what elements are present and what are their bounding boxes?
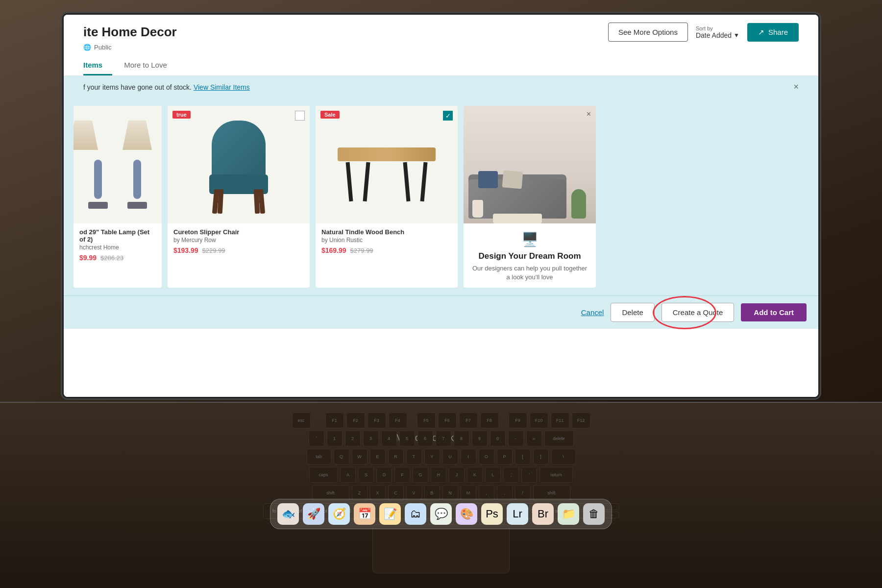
delete-button[interactable]: Delete (611, 303, 654, 322)
key-f5[interactable]: F5 (417, 413, 436, 428)
view-similar-link[interactable]: View Similar Items (194, 83, 250, 91)
key-tab[interactable]: tab (307, 449, 331, 465)
tab-more-to-love[interactable]: More to Love (124, 57, 177, 75)
key-j[interactable]: J (449, 467, 465, 483)
key-f9[interactable]: F9 (509, 413, 527, 428)
key-delete[interactable]: delete (544, 431, 574, 446)
tabs-row: Items More to Love (83, 57, 799, 75)
key-row-2: ` 1 2 3 4 5 6 7 8 9 0 - = delete (309, 431, 574, 446)
key-l[interactable]: L (485, 467, 501, 483)
key-y[interactable]: Y (424, 449, 440, 465)
key-semicolon[interactable]: ; (503, 467, 519, 483)
dock-slack[interactable]: 🎨 (456, 503, 477, 525)
dock-files[interactable]: 📁 (558, 503, 579, 525)
key-esc[interactable]: esc (292, 413, 311, 428)
key-q[interactable]: Q (334, 449, 349, 465)
dock-bridge[interactable]: Br (532, 503, 554, 525)
key-3[interactable]: 3 (363, 431, 379, 446)
key-8[interactable]: 8 (454, 431, 469, 446)
key-1[interactable]: 1 (327, 431, 343, 446)
sort-by-dropdown[interactable]: Date Added ▼ (696, 31, 739, 39)
webpage: ite Home Decor See More Options Sort by … (64, 15, 818, 397)
product-info: Natural Tindle Wood Bench by Union Rusti… (316, 223, 458, 259)
key-capslock[interactable]: caps (309, 467, 338, 483)
alert-close-button[interactable]: × (793, 82, 799, 92)
dock-photoshop[interactable]: Ps (481, 503, 503, 525)
share-button[interactable]: ↗ Share (747, 23, 799, 42)
key-minus[interactable]: - (508, 431, 524, 446)
key-e[interactable]: E (370, 449, 386, 465)
product-name: od 29" Table Lamp (Set of 2) (79, 228, 156, 243)
key-r[interactable]: R (388, 449, 404, 465)
key-f11[interactable]: F11 (551, 413, 569, 428)
product-checkbox[interactable]: ✓ (443, 111, 453, 121)
see-more-options-button[interactable]: See More Options (608, 23, 688, 42)
close-icon[interactable]: × (587, 110, 591, 119)
key-f3[interactable]: F3 (368, 413, 386, 428)
key-return[interactable]: return (539, 467, 573, 483)
dock-safari[interactable]: 🧭 (328, 503, 350, 525)
dream-room-card: × 🖥️ (464, 106, 596, 288)
key-0[interactable]: 0 (490, 431, 506, 446)
key-f2[interactable]: F2 (346, 413, 365, 428)
key-i[interactable]: I (461, 449, 476, 465)
key-9[interactable]: 9 (472, 431, 488, 446)
add-to-cart-button[interactable]: Add to Cart (741, 303, 807, 321)
dream-room-content: 🖥️ Design Your Dream Room Our designers … (464, 223, 596, 288)
tab-items[interactable]: Items (83, 57, 112, 75)
dock-launchpad[interactable]: 🚀 (303, 503, 324, 525)
create-quote-button[interactable]: Create a Quote (662, 303, 735, 322)
key-d[interactable]: D (376, 467, 392, 483)
key-h[interactable]: H (431, 467, 446, 483)
key-s[interactable]: S (358, 467, 374, 483)
action-bar: Cancel Delete Create a Quote Add to Cart (64, 295, 818, 329)
product-brand: hchcrest Home (79, 244, 156, 251)
alert-text: f your items have gone out of stock. Vie… (83, 83, 250, 91)
key-bracket-l[interactable]: [ (515, 449, 531, 465)
dream-room-image: × (464, 106, 596, 223)
key-o[interactable]: O (479, 449, 494, 465)
key-g[interactable]: G (413, 467, 428, 483)
touchpad[interactable] (372, 524, 510, 573)
dock-reminders[interactable]: 🗂 (405, 503, 426, 525)
key-f10[interactable]: F10 (530, 413, 548, 428)
dock-calendar[interactable]: 📅 (354, 503, 375, 525)
key-backslash[interactable]: \ (551, 449, 576, 465)
key-f[interactable]: F (394, 467, 410, 483)
room-scene (464, 106, 596, 223)
key-f6[interactable]: F6 (438, 413, 457, 428)
key-f1[interactable]: F1 (325, 413, 344, 428)
header-actions: See More Options Sort by Date Added ▼ ↗ … (608, 23, 799, 42)
product-prices: $9.99 $286.23 (79, 254, 156, 262)
key-p[interactable]: P (497, 449, 513, 465)
dock-finder[interactable]: 🐟 (277, 503, 299, 525)
product-checkbox[interactable] (295, 111, 305, 121)
list-item: true Cureton Slipper Cha (168, 106, 310, 288)
key-2[interactable]: 2 (345, 431, 361, 446)
key-t[interactable]: T (406, 449, 422, 465)
key-backtick[interactable]: ` (309, 431, 324, 446)
sale-badge: true (172, 111, 191, 119)
page-title: ite Home Decor (83, 24, 177, 40)
key-k[interactable]: K (467, 467, 483, 483)
key-4[interactable]: 4 (381, 431, 397, 446)
dock-trash[interactable]: 🗑 (583, 503, 605, 525)
dock-notes[interactable]: 📝 (379, 503, 401, 525)
key-6[interactable]: 6 (417, 431, 433, 446)
key-u[interactable]: U (442, 449, 458, 465)
key-7[interactable]: 7 (436, 431, 451, 446)
key-f4[interactable]: F4 (389, 413, 407, 428)
key-quote[interactable]: ' (521, 467, 537, 483)
key-f12[interactable]: F12 (572, 413, 590, 428)
dock-messages[interactable]: 💬 (430, 503, 452, 525)
key-f8[interactable]: F8 (480, 413, 499, 428)
list-item: Sale ✓ Natural Tindle Wood Bench (316, 106, 458, 288)
key-5[interactable]: 5 (399, 431, 415, 446)
key-w[interactable]: W (352, 449, 368, 465)
cancel-button[interactable]: Cancel (581, 308, 604, 317)
key-a[interactable]: A (340, 467, 356, 483)
key-bracket-r[interactable]: ] (533, 449, 549, 465)
dock-lightroom[interactable]: Lr (507, 503, 528, 525)
key-f7[interactable]: F7 (459, 413, 478, 428)
key-equals[interactable]: = (526, 431, 542, 446)
